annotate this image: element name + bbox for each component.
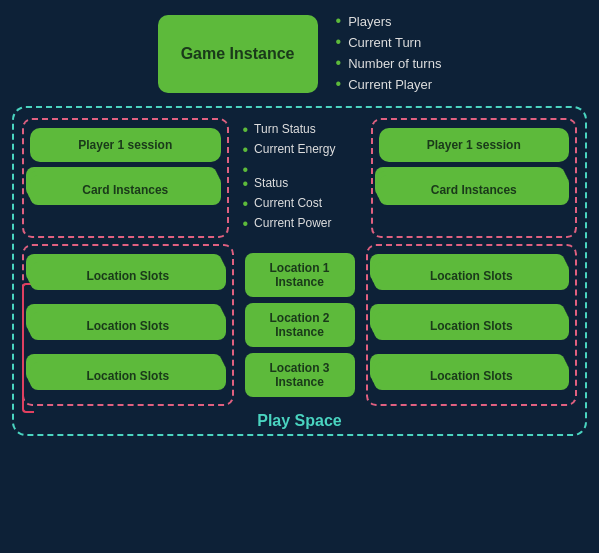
right-location-slots-panel: Location Slots Location Slots Location S…	[366, 244, 578, 406]
left-loc-slot-3-front: Location Slots	[30, 362, 226, 390]
middle-bullets-col: Turn Status Current Energy Status Curren…	[235, 118, 365, 238]
left-loc-slot-3: Location Slots	[30, 354, 226, 396]
bullet-current-player: Current Player	[336, 75, 442, 93]
right-player-panel: Player 1 session Card Instances	[371, 118, 578, 238]
left-location-slots-panel: Location Slots Location Slots Location S…	[22, 244, 234, 406]
bullet-current-power: Current Power	[243, 216, 357, 232]
game-instance-bullets: Players Current Turn Number of turns Cur…	[336, 12, 442, 96]
game-instance-box: Game Instance	[158, 15, 318, 93]
play-space-label: Play Space	[257, 412, 342, 430]
right-loc-slot-1-front: Location Slots	[374, 262, 570, 290]
left-card-stack-front: Card Instances	[30, 175, 221, 205]
play-space-bottom-row: Location Slots Location Slots Location S…	[22, 244, 577, 406]
right-loc-slot-3-front: Location Slots	[374, 362, 570, 390]
left-player-session: Player 1 session	[30, 128, 221, 162]
right-player-session: Player 1 session	[379, 128, 570, 162]
bullet-players: Players	[336, 12, 442, 30]
left-loc-slot-2: Location Slots	[30, 304, 226, 346]
top-section: Game Instance Players Current Turn Numbe…	[12, 12, 587, 96]
bullet-number-of-turns: Number of turns	[336, 54, 442, 72]
right-card-stack-front: Card Instances	[379, 175, 570, 205]
left-player-panel: Player 1 session Card Instances	[22, 118, 229, 238]
location-1-instance: Location 1 Instance	[245, 253, 355, 297]
right-loc-slot-2-front: Location Slots	[374, 312, 570, 340]
right-loc-slot-1: Location Slots	[374, 254, 570, 296]
bullet-current-energy: Current Energy	[243, 142, 357, 158]
play-space-top-row: Player 1 session Card Instances Turn Sta…	[22, 118, 577, 238]
right-card-instances: Card Instances	[379, 167, 570, 211]
bullet-current-cost: Current Cost	[243, 196, 357, 212]
game-instance-label: Game Instance	[181, 45, 295, 63]
play-space: Player 1 session Card Instances Turn Sta…	[12, 106, 587, 436]
left-loc-slot-1: Location Slots	[30, 254, 226, 296]
bullet-turn-status: Turn Status	[243, 122, 357, 138]
left-loc-slot-1-front: Location Slots	[30, 262, 226, 290]
left-loc-slot-2-front: Location Slots	[30, 312, 226, 340]
spacer	[243, 162, 357, 172]
location-2-instance: Location 2 Instance	[245, 303, 355, 347]
bullet-current-turn: Current Turn	[336, 33, 442, 51]
location-3-instance: Location 3 Instance	[245, 353, 355, 397]
left-card-instances: Card Instances	[30, 167, 221, 211]
location-instances-col: Location 1 Instance Location 2 Instance …	[240, 244, 360, 406]
bullet-status: Status	[243, 176, 357, 192]
right-loc-slot-2: Location Slots	[374, 304, 570, 346]
right-loc-slot-3: Location Slots	[374, 354, 570, 396]
